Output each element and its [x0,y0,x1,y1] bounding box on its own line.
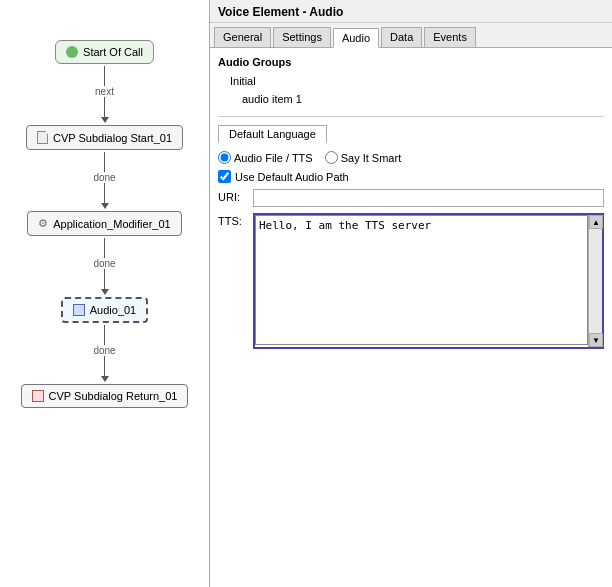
audio-item-1[interactable]: audio item 1 [218,90,604,108]
radio-say-it-smart-label: Say It Smart [341,152,402,164]
app-modifier-icon: ⚙ [38,217,48,230]
divider-1 [218,116,604,117]
radio-audio-file-tts-label: Audio File / TTS [234,152,313,164]
connector-done-2: done [93,238,115,295]
arrow-2 [101,203,109,209]
uri-input[interactable] [253,189,604,207]
use-default-audio-path-row: Use Default Audio Path [218,170,604,183]
label-done-1: done [93,172,115,183]
audio-node-box[interactable]: Audio_01 [61,297,149,323]
cvp-start-icon [37,131,48,144]
scroll-track [589,229,602,333]
label-done-3: done [93,345,115,356]
tab-settings[interactable]: Settings [273,27,331,47]
cvp-return-label: CVP Subdialog Return_01 [49,390,178,402]
panel-content: Audio Groups Initial audio item 1 Defaul… [210,48,612,587]
node-app-modifier[interactable]: ⚙ Application_Modifier_01 [27,211,181,236]
radio-audio-file-tts-input[interactable] [218,151,231,164]
line-7 [104,325,105,345]
line-3 [104,152,105,172]
tab-general[interactable]: General [214,27,271,47]
tab-events[interactable]: Events [424,27,476,47]
scroll-up-btn[interactable]: ▲ [589,215,603,229]
start-node-box[interactable]: Start Of Call [55,40,154,64]
connector-next: next [95,66,114,123]
start-icon [66,46,78,58]
cvp-return-icon [32,390,44,402]
connector-done-3: done [93,325,115,382]
tts-label: TTS: [218,213,253,227]
cvp-start-label: CVP Subdialog Start_01 [53,132,172,144]
sub-tabs: Default Language [218,125,604,143]
line-4 [104,183,105,203]
tts-scrollbar[interactable]: ▲ ▼ [588,215,602,347]
arrow-4 [101,376,109,382]
radio-audio-file-tts[interactable]: Audio File / TTS [218,151,313,164]
audio-groups-title: Audio Groups [218,56,604,68]
tab-data[interactable]: Data [381,27,422,47]
tab-audio[interactable]: Audio [333,28,379,48]
line-8 [104,356,105,376]
uri-field-row: URI: [218,189,604,207]
radio-say-it-smart[interactable]: Say It Smart [325,151,402,164]
audio-label: Audio_01 [90,304,137,316]
tts-textarea[interactable]: Hello, I am the TTS server [255,215,588,345]
flow-diagram-panel: Start Of Call next CVP Subdialog Start_0… [0,0,210,587]
voice-element-panel: Voice Element - Audio General Settings A… [210,0,612,587]
start-node-label: Start Of Call [83,46,143,58]
app-modifier-node-box[interactable]: ⚙ Application_Modifier_01 [27,211,181,236]
app-modifier-label: Application_Modifier_01 [53,218,170,230]
panel-title: Voice Element - Audio [210,0,612,23]
node-cvp-return[interactable]: CVP Subdialog Return_01 [21,384,189,408]
use-default-audio-path-label: Use Default Audio Path [235,171,349,183]
audio-type-radio-group: Audio File / TTS Say It Smart [218,151,604,164]
cvp-start-node-box[interactable]: CVP Subdialog Start_01 [26,125,183,150]
scroll-down-btn[interactable]: ▼ [589,333,603,347]
line-2 [104,97,105,117]
node-start[interactable]: Start Of Call [55,40,154,64]
cvp-return-node-box[interactable]: CVP Subdialog Return_01 [21,384,189,408]
node-cvp-start[interactable]: CVP Subdialog Start_01 [26,125,183,150]
line-1 [104,66,105,86]
use-default-audio-path-checkbox[interactable] [218,170,231,183]
radio-say-it-smart-input[interactable] [325,151,338,164]
main-tabs: General Settings Audio Data Events [210,23,612,48]
label-next: next [95,86,114,97]
uri-label: URI: [218,189,253,203]
connector-done-1: done [93,152,115,209]
line-6 [104,269,105,289]
tts-field-row: TTS: Hello, I am the TTS server ▲ ▼ [218,213,604,349]
arrow-1 [101,117,109,123]
audio-group-initial[interactable]: Initial [218,72,604,90]
node-audio[interactable]: Audio_01 [61,297,149,323]
tts-textarea-wrapper: Hello, I am the TTS server ▲ ▼ [253,213,604,349]
flow-container: Start Of Call next CVP Subdialog Start_0… [0,0,209,587]
label-done-2: done [93,258,115,269]
audio-icon [73,304,85,316]
sub-tab-default-language[interactable]: Default Language [218,125,327,143]
line-5 [104,238,105,258]
arrow-3 [101,289,109,295]
